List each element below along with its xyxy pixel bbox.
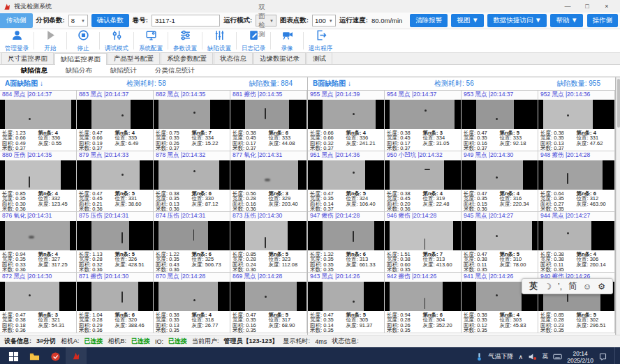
- operator-side-button[interactable]: 操作侧: [587, 14, 619, 27]
- start-button[interactable]: [3, 347, 24, 364]
- defect-cell[interactable]: 952 黑点 |20:14:36长度: 0.38宽度: 0.35面积: 0.13…: [538, 91, 615, 151]
- defect-cell[interactable]: 951 黑点 |20:14:36长度: 0.47宽度: 0.35面积: 0.14…: [308, 151, 385, 212]
- ime-punctuation-toggle[interactable]: ’,: [558, 282, 562, 291]
- defect-thumbnail[interactable]: [0, 221, 76, 251]
- defect-cell[interactable]: 947 擦伤 |20:14:28长度: 1.32宽度: 0.35面积: 0.35…: [308, 212, 385, 273]
- defect-thumbnail[interactable]: [77, 221, 153, 251]
- defect-thumbnail[interactable]: [230, 221, 307, 251]
- defect-thumbnail[interactable]: [77, 160, 153, 190]
- defect-thumbnail[interactable]: [308, 160, 384, 190]
- defect-thumbnail[interactable]: [77, 282, 153, 312]
- defect-thumbnail[interactable]: [462, 221, 538, 251]
- show-desktop-button[interactable]: [614, 347, 617, 364]
- volume-muted-icon[interactable]: [528, 352, 537, 361]
- defect-cell[interactable]: 942 擦伤 |20:14:26长度: 0.94宽度: 0.28面积: 0.26…: [385, 273, 462, 333]
- defect-thumbnail[interactable]: [385, 100, 461, 130]
- system-config-button[interactable]: 系统配置: [134, 29, 168, 52]
- subtab-3[interactable]: 缺陷统计: [110, 66, 137, 75]
- defect-thumbnail[interactable]: [385, 221, 461, 251]
- defect-thumbnail[interactable]: [154, 282, 230, 312]
- roll-number-input[interactable]: 3117-1: [152, 15, 220, 26]
- drive-side-button[interactable]: 传动侧: [0, 13, 33, 28]
- split-count-select[interactable]: 8▼: [68, 15, 88, 26]
- defect-thumbnail[interactable]: [462, 160, 538, 190]
- defect-thumbnail[interactable]: [538, 160, 614, 190]
- defect-thumbnail[interactable]: [154, 221, 230, 251]
- input-language-indicator[interactable]: 英: [542, 352, 548, 361]
- close-button[interactable]: ×: [597, 3, 617, 10]
- weather-text[interactable]: 气温下降: [489, 352, 514, 361]
- maximize-button[interactable]: □: [577, 3, 597, 10]
- view-menu-button[interactable]: 视图 ▼: [451, 14, 484, 27]
- ime-emoji-icon[interactable]: ☺: [583, 282, 591, 291]
- start-button[interactable]: 开始: [34, 29, 66, 52]
- defect-cell[interactable]: 875 压伤 |20:14:31长度: 1.13宽度: 0.28面积: 0.32…: [77, 212, 154, 273]
- defect-thumbnail[interactable]: [538, 221, 614, 251]
- exit-program-button[interactable]: 退出程序: [304, 29, 337, 52]
- tab-2[interactable]: 缺陷监控界面: [54, 53, 107, 65]
- defect-thumbnail[interactable]: [538, 100, 614, 130]
- video-record-button[interactable]: 录像: [271, 29, 303, 52]
- defect-thumbnail[interactable]: [462, 100, 538, 130]
- tab-3[interactable]: 产品型号配置: [108, 52, 160, 64]
- app-taskbar-button[interactable]: [45, 347, 66, 364]
- defect-thumbnail[interactable]: [230, 100, 307, 130]
- defect-cell[interactable]: 870 黑点 |20:14:28长度: 0.38宽度: 0.35面积: 0.13…: [154, 273, 230, 333]
- run-mode-select[interactable]: 双面检测▼: [256, 15, 276, 26]
- defect-cell[interactable]: 874 压伤 |20:14:31长度: 1.22宽度: 0.35面积: 0.43…: [154, 212, 230, 273]
- tab-6[interactable]: 边缘数据记录: [253, 52, 306, 64]
- defect-thumbnail[interactable]: [0, 160, 76, 190]
- defect-cell[interactable]: 943 黑点 |20:14:26长度: 0.47宽度: 0.35面积: 0.14…: [308, 273, 385, 333]
- data-quick-access-button[interactable]: 数据快捷访问 ▼: [487, 14, 547, 27]
- clear-alarm-button[interactable]: 清除报警: [410, 14, 448, 27]
- admin-login-button[interactable]: 管理登录: [0, 29, 34, 52]
- defect-cell[interactable]: 946 擦伤 |20:14:28长度: 1.51宽度: 0.38面积: 0.60…: [385, 212, 462, 273]
- log-record-button[interactable]: 日志记录: [237, 29, 270, 52]
- defect-cell[interactable]: 869 黑点 |20:14:28长度: 0.47宽度: 0.35面积: 0.16…: [230, 273, 307, 333]
- help-menu-button[interactable]: 帮助 ▼: [550, 14, 583, 27]
- defect-cell[interactable]: 944 黑点 |20:14:27长度: 0.38宽度: 0.38面积: 0.11…: [538, 212, 615, 273]
- defect-cell[interactable]: 953 黑点 |20:14:37长度: 0.47宽度: 0.35面积: 0.16…: [462, 91, 538, 151]
- defect-cell[interactable]: 945 黑点 |20:14:27长度: 0.47宽度: 0.38面积: 0.11…: [462, 212, 538, 273]
- defect-thumbnail[interactable]: [230, 282, 307, 312]
- tab-5[interactable]: 状态信息: [214, 52, 253, 64]
- defect-cell[interactable]: 884 黑点 |20:14:37长度: 1.23宽度: 0.66面积: 0.49…: [0, 91, 77, 151]
- notification-center-icon[interactable]: [598, 352, 607, 361]
- defect-thumbnail[interactable]: [385, 282, 461, 312]
- vertical-scrollbar[interactable]: [616, 77, 620, 335]
- tab-1[interactable]: 尺寸监控界面: [1, 52, 54, 64]
- defect-cell[interactable]: 881 擦伤 |20:14:35长度: 0.38宽度: 0.45面积: 0.17…: [230, 91, 307, 151]
- subtab-4[interactable]: 分类信息统计: [155, 66, 195, 75]
- defect-cell[interactable]: 880 压伤 |20:14:35长度: 0.85宽度: 0.35面积: 0.30…: [0, 151, 77, 212]
- defect-thumbnail[interactable]: [154, 100, 230, 130]
- defect-thumbnail[interactable]: [0, 100, 76, 130]
- defect-thumbnail[interactable]: [77, 100, 153, 130]
- taskbar-clock[interactable]: 20:14 2025/2/10: [567, 350, 593, 364]
- debug-mode-button[interactable]: 调试模式: [100, 29, 133, 52]
- minimize-button[interactable]: —: [558, 3, 577, 10]
- defect-thumbnail[interactable]: [308, 282, 384, 312]
- defect-thumbnail[interactable]: [308, 100, 384, 130]
- defect-thumbnail[interactable]: [308, 221, 384, 251]
- keyboard-icon[interactable]: [553, 352, 562, 361]
- defect-cell[interactable]: 949 黑点 |20:14:30长度: 0.47宽度: 0.35面积: 0.15…: [462, 151, 538, 212]
- defect-cell[interactable]: 872 黑点 |20:14:30长度: 0.47宽度: 0.38面积: 0.18…: [0, 273, 77, 333]
- ime-settings-gear-icon[interactable]: ⚙: [598, 282, 605, 291]
- defect-cell[interactable]: 878 黑点 |20:14:32长度: 0.38宽度: 0.35面积: 0.13…: [154, 151, 230, 212]
- subtab-2[interactable]: 缺陷分布: [66, 66, 92, 75]
- defect-thumbnail[interactable]: [0, 282, 76, 312]
- inspection-app-button[interactable]: [66, 347, 87, 364]
- defect-cell[interactable]: 882 黑点 |20:14:35长度: 0.75宽度: 0.35面积: 0.26…: [154, 91, 230, 151]
- defect-settings-button[interactable]: 缺陷设置: [202, 29, 236, 52]
- ime-moon-icon[interactable]: ☽: [544, 282, 552, 291]
- ime-language-toggle[interactable]: 英: [529, 280, 538, 292]
- confirm-count-button[interactable]: 确认条数: [91, 14, 129, 27]
- subtab-1[interactable]: 缺陷信息: [21, 66, 47, 75]
- tab-4[interactable]: 系统参数配置: [161, 52, 213, 64]
- param-settings-button[interactable]: 参数设置: [168, 29, 202, 52]
- chart-points-select[interactable]: 100▼: [312, 15, 336, 26]
- tab-7[interactable]: 测试: [307, 52, 332, 64]
- file-explorer-button[interactable]: [24, 347, 45, 364]
- defect-cell[interactable]: 950 小凹坑 |20:14:32长度: 0.38宽度: 0.45面积: 0.2…: [385, 151, 462, 212]
- defect-cell[interactable]: 948 擦伤 |20:14:28长度: 0.64宽度: 0.35面积: 0.27…: [538, 151, 615, 212]
